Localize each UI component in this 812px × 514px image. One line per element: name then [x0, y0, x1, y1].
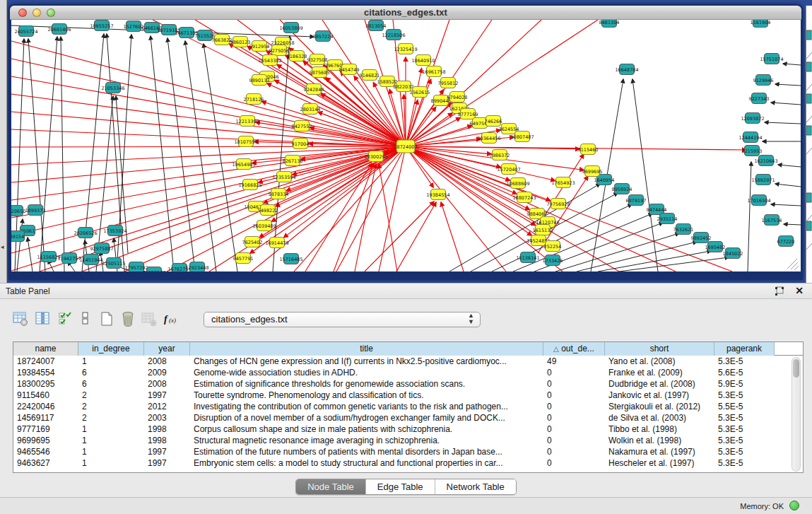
table-header-row[interactable]: namein_degreeyeartitle△ out_de...shortpa… [13, 342, 803, 356]
network-node[interactable]: 8813054 [366, 21, 387, 31]
network-node[interactable]: 746266 [485, 116, 502, 127]
table-cell[interactable]: Embryonic stem cells: a model to study s… [190, 457, 543, 469]
network-node[interactable]: 5912954 [249, 41, 270, 52]
table-cell[interactable]: 5.9E-5 [714, 378, 775, 390]
table-cell[interactable]: 5.3E-5 [714, 424, 775, 435]
table-row[interactable]: 2242004622012Investigating the contribut… [13, 401, 803, 412]
new-column-icon[interactable] [98, 309, 116, 329]
table-cell[interactable]: Tibbo et al. (1998) [605, 424, 714, 435]
network-node[interactable]: 39154 [11, 231, 25, 242]
network-node[interactable]: 16210643 [754, 156, 777, 166]
memory-status-icon[interactable] [789, 501, 799, 510]
network-node[interactable]: 18724007 [394, 140, 417, 153]
tab-node-table[interactable]: Node Table [296, 479, 366, 494]
network-node[interactable]: 21053346 [101, 83, 124, 93]
network-node[interactable]: 9115460 [578, 144, 599, 155]
network-node[interactable]: 20364456 [477, 133, 500, 144]
network-node[interactable]: 18107553 [234, 136, 257, 147]
table-cell[interactable]: 18724007 [13, 356, 78, 367]
table-cell[interactable]: Investigating the contribution of common… [190, 401, 543, 412]
network-node[interactable]: 16543382 [258, 55, 281, 66]
column-header-out_de[interactable]: △ out_de... [543, 342, 605, 356]
network-node[interactable]: 24055724 [14, 26, 37, 37]
network-node[interactable]: 5878334 [269, 189, 289, 199]
network-node[interactable]: 15892971 [751, 175, 775, 185]
table-row[interactable]: 1938455462009Genome-wide association stu… [13, 367, 803, 378]
network-node[interactable]: 16961758 [422, 66, 445, 77]
table-cell[interactable]: 6 [78, 367, 144, 378]
node-table[interactable]: namein_degreeyeartitle△ out_de...shortpa… [13, 341, 804, 473]
table-cell[interactable]: 5.3E-5 [714, 457, 775, 469]
table-cell[interactable]: 1997 [144, 446, 190, 457]
table-cell[interactable]: 6 [78, 378, 144, 390]
network-node[interactable]: 1845022 [723, 248, 743, 259]
function-builder-icon[interactable]: f(x) [163, 309, 181, 329]
vertical-scrollbar[interactable] [792, 357, 801, 472]
table-cell[interactable]: Hescheler et al. (1997) [605, 457, 714, 469]
table-cell[interactable]: 5.6E-5 [714, 367, 775, 378]
table-cell[interactable]: 2008 [144, 356, 190, 367]
table-cell[interactable]: 2008 [144, 378, 190, 390]
table-cell[interactable]: Jankovic et al. (1997) [605, 390, 714, 401]
window-titlebar[interactable]: citations_edges.txt [10, 6, 801, 20]
table-cell[interactable]: 1997 [144, 390, 190, 401]
network-node[interactable]: 3857224 [313, 31, 334, 42]
network-node[interactable]: 17654923 [551, 177, 575, 188]
network-node[interactable]: 19384554 [426, 189, 449, 200]
network-node[interactable]: 6879197 [626, 195, 647, 206]
network-node[interactable]: 12325419 [394, 44, 417, 54]
network-node[interactable]: 1527602 [124, 21, 144, 32]
table-cell[interactable]: Wolkin et al. (1998) [605, 435, 714, 446]
table-cell[interactable]: 1998 [144, 424, 190, 435]
table-body[interactable]: 1872400712008Changes of HCN gene express… [13, 356, 803, 469]
show-columns-icon[interactable] [34, 309, 52, 329]
table-cell[interactable]: 9777169 [13, 424, 78, 435]
table-row[interactable]: 946554611997Estimation of the future num… [13, 446, 803, 457]
table-cell[interactable]: 1997 [144, 457, 190, 469]
network-node[interactable]: 7955812 [438, 78, 459, 88]
network-node[interactable]: 9129946 [753, 75, 774, 86]
select-columns-icon[interactable] [57, 309, 75, 329]
network-node[interactable]: 19166825 [238, 180, 261, 190]
table-cell[interactable]: 1 [78, 446, 144, 457]
table-cell[interactable]: Franke et al. (2009) [605, 367, 714, 378]
table-cell[interactable]: 5.3E-5 [714, 412, 775, 424]
table-cell[interactable]: 1 [78, 356, 144, 367]
network-node[interactable]: 8215953 [742, 146, 763, 156]
table-cell[interactable]: Dudbridge et al. (2008) [605, 378, 714, 390]
table-mode-icon[interactable] [11, 309, 30, 329]
network-node[interactable]: 2935114 [657, 214, 678, 224]
network-node[interactable]: 9890133 [249, 75, 270, 86]
network-node[interactable]: 1562615 [410, 87, 430, 98]
column-header-in_degree[interactable]: in_degree [78, 342, 144, 356]
network-node[interactable]: 9860123 [230, 37, 251, 47]
network-node[interactable]: 2718126 [244, 94, 264, 105]
network-node[interactable]: 2803144 [300, 104, 321, 115]
network-node[interactable]: 11942757 [57, 253, 81, 264]
network-node[interactable]: 252254 [544, 241, 562, 252]
table-row[interactable]: 1830029562008Estimation of significance … [13, 378, 803, 390]
table-cell[interactable]: de Silva et al. (2003) [605, 412, 714, 424]
network-node[interactable]: 15720407 [497, 164, 520, 175]
delete-column-icon[interactable] [119, 309, 137, 329]
network-node[interactable]: 1161904 [751, 20, 771, 28]
table-cell[interactable]: 9699695 [13, 435, 78, 446]
network-node[interactable]: 7632621 [673, 224, 694, 235]
column-header-short[interactable]: short [605, 342, 714, 356]
network-node[interactable]: 10688609 [506, 178, 529, 189]
network-node[interactable]: 12218506 [382, 30, 405, 40]
table-cell[interactable]: 22420046 [13, 401, 78, 412]
network-node[interactable]: 12093872 [741, 113, 764, 124]
table-cell[interactable]: 14569117 [13, 412, 78, 424]
network-node[interactable]: 5875685 [310, 67, 330, 78]
table-cell[interactable]: Tourette syndrome. Phenomenology and cla… [190, 390, 543, 401]
table-cell[interactable]: 0 [543, 378, 605, 390]
network-node[interactable]: 8454749 [339, 64, 360, 75]
control-panel-collapsed-strip[interactable]: ◂ [0, 0, 7, 283]
column-header-title[interactable]: title [190, 342, 543, 356]
table-cell[interactable]: 0 [543, 424, 605, 435]
network-node[interactable]: 8186328 [287, 51, 307, 62]
network-node[interactable]: 20691406 [47, 24, 71, 35]
table-cell[interactable]: 1998 [144, 435, 190, 446]
table-source-select[interactable]: citations_edges.txt ▲▼ [204, 312, 481, 327]
